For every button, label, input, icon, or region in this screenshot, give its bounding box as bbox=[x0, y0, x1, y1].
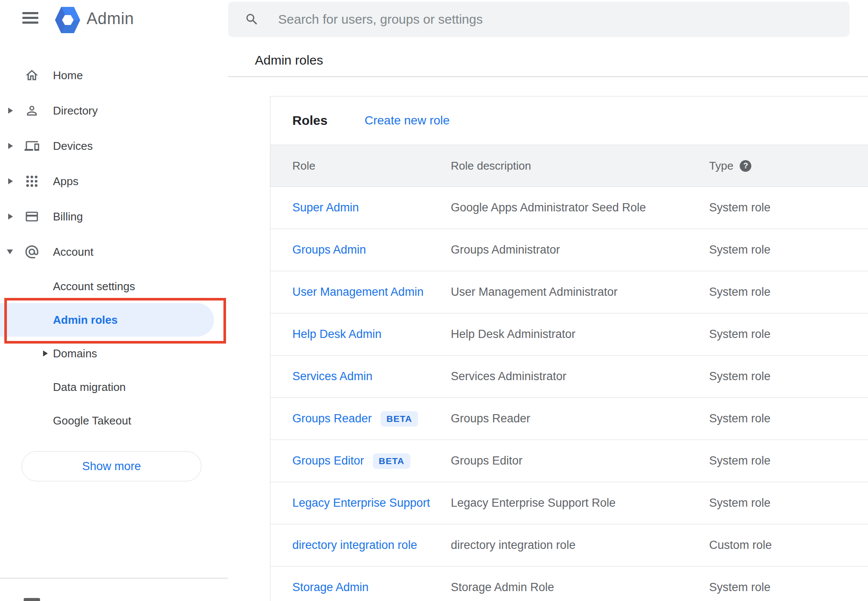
table-row: Legacy Enterprise Support Legacy Enterpr… bbox=[270, 482, 868, 524]
home-icon bbox=[24, 68, 40, 83]
admin-logo-icon-layers bbox=[55, 7, 80, 33]
admin-console: Admin Search for users, groups or settin… bbox=[0, 0, 868, 601]
breadcrumb-page-title: Admin roles bbox=[255, 53, 323, 68]
role-link[interactable]: Storage Admin bbox=[292, 581, 369, 594]
column-header-role: Role bbox=[292, 159, 451, 173]
role-description: User Management Administrator bbox=[451, 285, 709, 299]
role-type: System role bbox=[709, 412, 868, 425]
create-new-role-link[interactable]: Create new role bbox=[365, 114, 450, 127]
partial-device-icon bbox=[24, 598, 40, 601]
sidebar-item-apps[interactable]: Apps bbox=[0, 164, 227, 199]
person-icon bbox=[24, 103, 40, 118]
role-link[interactable]: Services Admin bbox=[292, 370, 372, 383]
role-type: System role bbox=[709, 496, 868, 510]
show-more-button[interactable]: Show more bbox=[22, 451, 202, 481]
table-row: Services Admin Services Administrator Sy… bbox=[270, 355, 868, 397]
sidebar-item-devices[interactable]: Devices bbox=[0, 128, 227, 164]
beta-badge: BETA bbox=[373, 453, 411, 469]
role-link[interactable]: directory integration role bbox=[292, 539, 417, 552]
role-description: directory integration role bbox=[451, 539, 709, 552]
role-type: System role bbox=[709, 370, 868, 383]
role-type: System role bbox=[709, 454, 868, 468]
sidebar-item-data-migration[interactable]: Data migration bbox=[0, 370, 227, 404]
column-header-type: Type ? bbox=[709, 159, 868, 173]
roles-card-header: Roles Create new role bbox=[270, 96, 868, 145]
sidebar-item-admin-roles[interactable]: Admin roles bbox=[0, 303, 214, 337]
apps-grid-icon bbox=[24, 173, 40, 189]
chevron-right-icon[interactable] bbox=[43, 350, 48, 356]
role-description: Help Desk Administrator bbox=[451, 328, 709, 341]
sidebar-item-google-takeout[interactable]: Google Takeout bbox=[0, 404, 227, 437]
chevron-right-icon[interactable] bbox=[8, 108, 13, 114]
role-link[interactable]: Groups Admin bbox=[292, 243, 366, 257]
table-row: Groups Editor BETA Groups Editor System … bbox=[270, 440, 868, 482]
sidebar-bottom-divider bbox=[0, 578, 228, 579]
sidebar-item-billing[interactable]: Billing bbox=[0, 199, 227, 234]
role-link[interactable]: Legacy Enterprise Support bbox=[292, 496, 430, 510]
sidebar-item-home[interactable]: Home bbox=[0, 58, 227, 93]
search-input[interactable]: Search for users, groups or settings bbox=[228, 2, 849, 37]
role-description: Groups Reader bbox=[451, 412, 709, 425]
sidebar-item-directory[interactable]: Directory bbox=[0, 93, 227, 128]
role-type: Custom role bbox=[709, 539, 868, 552]
menu-hamburger-icon[interactable] bbox=[22, 12, 38, 24]
role-type: System role bbox=[709, 201, 868, 214]
role-type: System role bbox=[709, 328, 868, 341]
roles-table-header: Role Role description Type ? bbox=[270, 145, 868, 186]
sidebar-item-account-settings[interactable]: Account settings bbox=[0, 270, 227, 303]
role-link[interactable]: Groups Editor bbox=[292, 454, 364, 468]
role-description: Groups Administrator bbox=[451, 243, 709, 257]
sidebar-item-domains[interactable]: Domains bbox=[0, 337, 227, 370]
role-link[interactable]: Groups Reader bbox=[292, 412, 372, 425]
role-description: Services Administrator bbox=[451, 370, 709, 383]
role-type: System role bbox=[709, 285, 868, 299]
sidebar-nav: Home Directory Devices bbox=[0, 58, 227, 437]
help-icon[interactable]: ? bbox=[740, 160, 751, 172]
beta-badge: BETA bbox=[381, 411, 418, 427]
role-type: System role bbox=[709, 581, 868, 594]
role-description: Storage Admin Role bbox=[451, 581, 709, 594]
devices-icon bbox=[24, 138, 40, 154]
table-row: Storage Admin Storage Admin Role System … bbox=[270, 566, 868, 601]
table-row: Super Admin Google Apps Administrator Se… bbox=[270, 186, 868, 229]
table-row: Groups Admin Groups Administrator System… bbox=[270, 229, 868, 271]
chevron-right-icon[interactable] bbox=[8, 214, 13, 220]
table-row: User Management Admin User Management Ad… bbox=[270, 271, 868, 313]
role-type: System role bbox=[709, 243, 868, 257]
roles-card: Roles Create new role Role Role descript… bbox=[270, 96, 868, 601]
table-row: Groups Reader BETA Groups Reader System … bbox=[270, 397, 868, 440]
role-link[interactable]: Super Admin bbox=[292, 201, 359, 214]
chevron-right-icon[interactable] bbox=[8, 143, 13, 149]
app-name: Admin bbox=[87, 9, 134, 28]
role-link[interactable]: Help Desk Admin bbox=[292, 328, 381, 341]
search-icon bbox=[245, 12, 259, 27]
role-link[interactable]: User Management Admin bbox=[292, 285, 424, 299]
column-header-description: Role description bbox=[451, 159, 709, 173]
role-description: Legacy Enterprise Support Role bbox=[451, 496, 709, 510]
sidebar-item-account[interactable]: Account bbox=[0, 234, 227, 270]
at-sign-icon bbox=[24, 244, 40, 260]
role-description: Groups Editor bbox=[451, 454, 709, 468]
credit-card-icon bbox=[24, 209, 40, 224]
title-divider bbox=[228, 76, 868, 77]
role-description: Google Apps Administrator Seed Role bbox=[451, 201, 709, 214]
table-row: directory integration role directory int… bbox=[270, 524, 868, 566]
roles-title: Roles bbox=[292, 113, 328, 128]
table-row: Help Desk Admin Help Desk Administrator … bbox=[270, 313, 868, 355]
chevron-down-icon[interactable] bbox=[7, 250, 13, 254]
search-placeholder: Search for users, groups or settings bbox=[278, 12, 483, 27]
chevron-right-icon[interactable] bbox=[8, 178, 13, 184]
